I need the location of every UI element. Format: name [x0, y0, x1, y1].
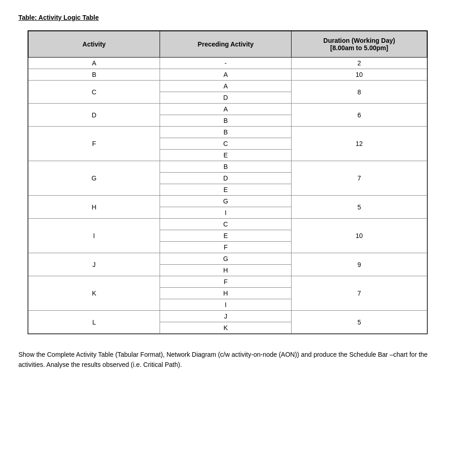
activity-cell: H: [29, 196, 160, 219]
table-row: BA10: [29, 69, 427, 81]
duration-cell: 7: [292, 276, 427, 311]
table-row: JG9: [29, 253, 427, 265]
preceding-cell: D: [160, 173, 292, 184]
preceding-cell: G: [160, 253, 292, 265]
preceding-cell: E: [160, 150, 292, 161]
page-title: Table: Activity Logic Table: [18, 14, 446, 21]
duration-cell: 9: [292, 253, 427, 276]
table-row: DA6: [29, 104, 427, 115]
activity-cell: B: [29, 69, 160, 81]
table-row: HG5: [29, 196, 427, 207]
preceding-cell: E: [160, 230, 292, 242]
duration-cell: 8: [292, 81, 427, 104]
duration-cell: 12: [292, 127, 427, 161]
preceding-cell: B: [160, 115, 292, 127]
preceding-cell: B: [160, 161, 292, 173]
preceding-cell: A: [160, 104, 292, 115]
duration-cell: 10: [292, 69, 427, 81]
preceding-cell: H: [160, 288, 292, 299]
activity-cell: G: [29, 161, 160, 196]
preceding-cell: G: [160, 196, 292, 207]
activity-cell: J: [29, 253, 160, 276]
table-row: IC10: [29, 219, 427, 230]
duration-cell: 10: [292, 219, 427, 253]
table-row: CA8: [29, 81, 427, 92]
header-preceding: Preceding Activity: [160, 31, 292, 58]
preceding-cell: J: [160, 311, 292, 322]
table-row: A-2: [29, 58, 427, 69]
activity-logic-table: Activity Preceding Activity Duration (Wo…: [28, 30, 428, 334]
preceding-cell: F: [160, 276, 292, 288]
duration-cell: 2: [292, 58, 427, 69]
preceding-cell: A: [160, 81, 292, 92]
table-row: GB7: [29, 161, 427, 173]
table-row: FB12: [29, 127, 427, 138]
duration-cell: 7: [292, 161, 427, 196]
title-table-label: Table: [18, 14, 35, 21]
duration-cell: 5: [292, 196, 427, 219]
footer-text: Show the Complete Activity Table (Tabula…: [18, 349, 446, 370]
activity-cell: C: [29, 81, 160, 104]
header-activity: Activity: [29, 31, 160, 58]
preceding-cell: H: [160, 265, 292, 276]
preceding-cell: C: [160, 138, 292, 150]
activity-cell: A: [29, 58, 160, 69]
duration-cell: 5: [292, 311, 427, 334]
preceding-cell: -: [160, 58, 292, 69]
preceding-cell: I: [160, 299, 292, 311]
activity-cell: I: [29, 219, 160, 253]
preceding-cell: E: [160, 184, 292, 196]
table-row: LJ5: [29, 311, 427, 322]
preceding-cell: C: [160, 219, 292, 230]
preceding-cell: A: [160, 69, 292, 81]
preceding-cell: F: [160, 242, 292, 253]
header-duration: Duration (Working Day)[8.00am to 5.00pm]: [292, 31, 427, 58]
activity-cell: L: [29, 311, 160, 334]
preceding-cell: I: [160, 207, 292, 219]
preceding-cell: B: [160, 127, 292, 138]
table-row: KF7: [29, 276, 427, 288]
activity-cell: K: [29, 276, 160, 311]
activity-cell: D: [29, 104, 160, 127]
duration-cell: 6: [292, 104, 427, 127]
activity-cell: F: [29, 127, 160, 161]
preceding-cell: D: [160, 92, 292, 104]
preceding-cell: K: [160, 322, 292, 334]
